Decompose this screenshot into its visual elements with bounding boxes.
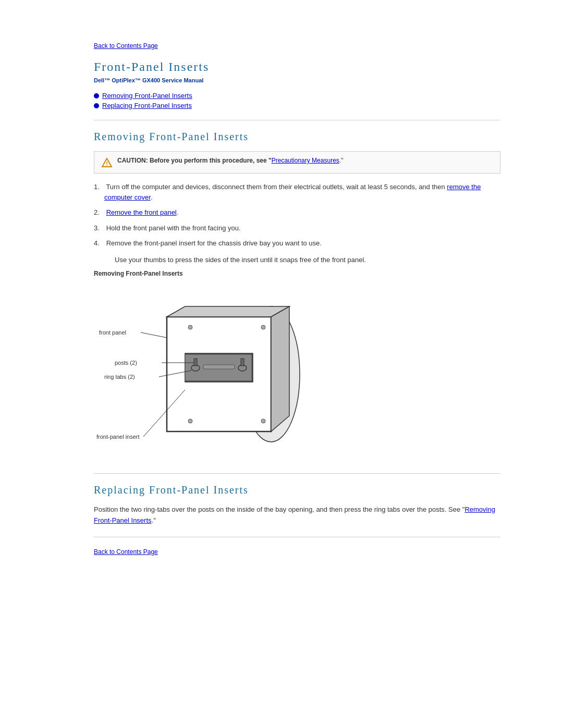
toc-link-replacing[interactable]: Replacing Front-Panel Inserts (102, 102, 192, 109)
svg-point-14 (261, 419, 265, 423)
caution-icon: ! (102, 157, 112, 168)
steps-list: 1. Turn off the computer and devices, di… (94, 182, 500, 249)
svg-point-13 (261, 325, 265, 329)
toc-bullet-replacing (94, 103, 99, 108)
svg-text:front panel: front panel (99, 329, 126, 336)
replacing-section-title: Replacing Front-Panel Inserts (94, 484, 500, 496)
page-subtitle: Dell™ OptiPlex™ GX400 Service Manual (94, 77, 500, 83)
step-1: 1. Turn off the computer and devices, di… (94, 182, 500, 202)
page-title: Front-Panel Inserts (94, 60, 500, 74)
step-4-text: Remove the front-panel insert for the ch… (106, 239, 322, 247)
svg-line-15 (141, 332, 167, 338)
sub-step-text: Use your thumbs to press the sides of th… (94, 255, 500, 265)
step-1-text-after: . (151, 193, 153, 201)
replacing-text-before: Position the two ring-tabs over the post… (94, 505, 464, 513)
figure-container: front panel posts (2) ring tabs (2) fron… (94, 286, 354, 463)
precautionary-measures-link[interactable]: Precautionary Measures (272, 157, 339, 164)
step-4-number: 4. (94, 238, 104, 249)
svg-rect-9 (241, 359, 244, 366)
step-2: 2. Remove the front panel. (94, 207, 500, 218)
step-3: 3. Hold the front panel with the front f… (94, 223, 500, 233)
svg-rect-8 (194, 359, 197, 366)
svg-text:!: ! (106, 161, 108, 167)
remove-front-panel-link[interactable]: Remove the front panel (106, 208, 177, 216)
step-1-text-before: Turn off the computer and devices, disco… (106, 183, 447, 191)
svg-text:ring tabs (2): ring tabs (2) (104, 374, 135, 380)
divider-1 (94, 120, 500, 120)
caution-text: CAUTION: Before you perform this procedu… (117, 157, 343, 164)
svg-text:front-panel insert: front-panel insert (96, 434, 140, 440)
svg-rect-10 (203, 365, 235, 369)
toc-item-removing: Removing Front-Panel Inserts (94, 92, 500, 100)
replacing-text-after: ." (152, 516, 156, 524)
replacing-section: Replacing Front-Panel Inserts Position t… (94, 484, 500, 526)
step-2-text-after: . (177, 208, 179, 216)
svg-text:posts (2): posts (2) (115, 360, 137, 366)
caution-box: ! CAUTION: Before you perform this proce… (94, 151, 500, 174)
svg-point-11 (188, 325, 192, 329)
toc-bullet-removing (94, 93, 99, 98)
svg-point-12 (188, 419, 192, 423)
caution-label: CAUTION: Before you perform this procedu… (117, 157, 272, 164)
removing-section-title: Removing Front-Panel Inserts (94, 131, 500, 143)
table-of-contents: Removing Front-Panel Inserts Replacing F… (94, 92, 500, 109)
step-1-number: 1. (94, 182, 104, 192)
step-2-number: 2. (94, 207, 104, 218)
divider-3 (94, 537, 500, 537)
replacing-text: Position the two ring-tabs over the post… (94, 504, 500, 526)
figure-title: Removing Front-Panel Inserts (94, 270, 500, 277)
back-to-contents-bottom[interactable]: Back to Contents Page (94, 548, 158, 556)
diagram-svg: front panel posts (2) ring tabs (2) fron… (94, 286, 354, 463)
toc-item-replacing: Replacing Front-Panel Inserts (94, 102, 500, 109)
step-3-number: 3. (94, 223, 104, 233)
divider-2 (94, 473, 500, 474)
toc-link-removing[interactable]: Removing Front-Panel Inserts (102, 92, 192, 100)
back-to-contents-top[interactable]: Back to Contents Page (94, 42, 158, 50)
page-container: Back to Contents Page Front-Panel Insert… (31, 0, 532, 597)
step-4: 4. Remove the front-panel insert for the… (94, 238, 500, 249)
step-3-text: Hold the front panel with the front faci… (106, 224, 241, 232)
